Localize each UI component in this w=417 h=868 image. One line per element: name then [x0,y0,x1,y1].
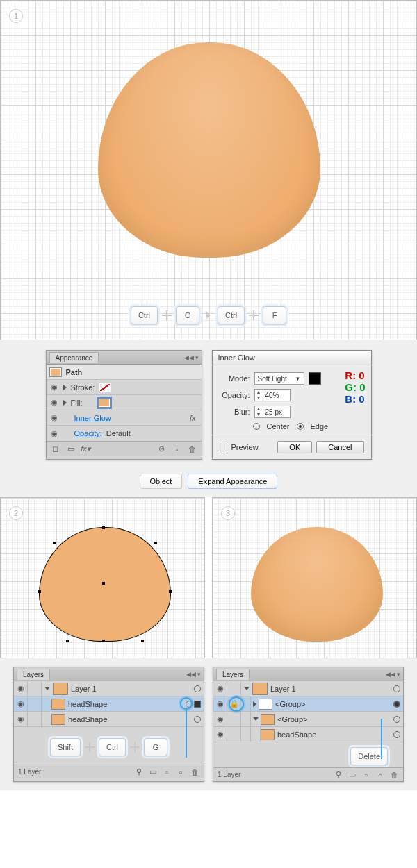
appearance-panel-tabbar: Appearance ◀◀▾ [47,351,202,365]
clear-icon[interactable]: ⊘ [157,444,167,454]
blur-spinner[interactable]: ▲▼25 px [254,406,291,418]
panel-collapse-icon[interactable]: ◀◀▾ [184,354,199,361]
opacity-link[interactable]: Opacity: [74,429,102,437]
layer-thumb[interactable] [259,699,272,710]
layer-thumb[interactable] [53,683,68,695]
target-icon[interactable] [393,685,400,692]
preview-checkbox[interactable] [220,444,227,451]
ok-button[interactable]: OK [277,441,312,453]
layers-panel-a: Layers ◀◀▾ ◉ Layer 1 ◉ headShape [13,667,204,782]
fill-swatch[interactable] [98,398,111,408]
visibility-icon[interactable]: ◉ [213,712,227,726]
target-icon[interactable] [194,716,201,723]
expand-icon[interactable] [253,717,259,721]
lock-icon[interactable] [28,681,42,696]
visibility-icon[interactable]: ◉ [213,696,227,711]
locate-icon[interactable]: ⚲ [134,767,144,777]
callout-line-icon [186,708,187,758]
new-layer-icon[interactable]: ▫ [375,770,385,780]
expand-icon[interactable] [244,687,250,690]
layers-tab[interactable]: Layers [17,669,50,680]
cancel-button[interactable]: Cancel [316,441,363,453]
radio-edge[interactable] [297,423,304,430]
target-icon[interactable] [393,731,400,738]
inner-glow-effect-link[interactable]: Inner Glow [74,414,111,422]
new-layer-icon[interactable]: ▫ [176,767,186,777]
key-ctrl: Ctrl [131,306,158,324]
fx-menu-icon[interactable]: fx▾ [81,444,91,454]
plus-icon [85,742,95,752]
layer-thumb[interactable] [51,714,65,725]
visibility-icon[interactable]: ◉ [49,413,59,422]
layer-thumb[interactable] [261,714,275,725]
trash-icon[interactable]: 🗑 [190,767,199,777]
trash-icon[interactable]: 🗑 [188,444,197,454]
canvas-step-3: 3 [212,497,417,658]
trash-icon[interactable]: 🗑 [389,770,399,780]
visibility-icon[interactable]: ◉ [14,712,28,726]
head-shape [98,42,320,258]
panel-collapse-icon[interactable]: ◀◀▾ [386,671,400,678]
step-badge-2: 2 [9,506,23,520]
opacity-spinner[interactable]: ▲▼40% [254,389,291,401]
appearance-tab[interactable]: Appearance [49,352,99,363]
target-icon[interactable] [194,685,201,692]
visibility-icon[interactable]: ◉ [49,398,59,407]
make-clip-icon[interactable]: ▭ [348,770,357,780]
layer-count: 1 Layer [18,768,41,776]
fill-label: Fill: [71,399,83,407]
menu-expand-appearance[interactable]: Expand Appearance [188,474,277,489]
new-sublayer-icon[interactable]: ▫ [361,770,371,780]
expand-icon[interactable] [63,400,67,406]
blur-label: Blur: [220,408,250,416]
expand-icon[interactable] [63,385,67,390]
locate-icon[interactable]: ⚲ [334,770,343,780]
expand-icon[interactable] [44,687,50,690]
visibility-icon[interactable]: ◉ [213,681,227,696]
key-ctrl: Ctrl [99,738,126,756]
visibility-icon[interactable]: ◉ [49,429,59,438]
appearance-body: Path ◉ Stroke: ◉ Fill: ◉ [47,365,202,441]
glow-color-swatch[interactable] [309,372,321,385]
menu-object[interactable]: Object [140,474,183,489]
preview-label: Preview [231,443,259,451]
visibility-icon[interactable]: ◉ [14,681,28,696]
mode-label: Mode: [220,374,250,383]
no-sel-icon[interactable]: ◻ [51,444,60,454]
stroke-label: Stroke: [71,383,95,392]
appearance-panel: Appearance ◀◀▾ Path ◉ Stroke: ◉ Fill: [46,350,202,460]
layer-name[interactable]: headShape [65,700,107,708]
layers-region: Layers ◀◀▾ ◉ Layer 1 ◉ headShape [0,658,417,790]
radio-center[interactable] [253,423,260,430]
new-icon[interactable]: ▫ [172,444,182,454]
head-shape-path[interactable] [39,527,171,642]
layer-thumb[interactable] [51,699,65,710]
layer-name[interactable]: <Group> [272,700,305,708]
make-clip-icon[interactable]: ▭ [148,767,158,777]
layer-thumb[interactable] [261,729,275,740]
step-badge-3: 3 [221,506,235,520]
panel-collapse-icon[interactable]: ◀◀▾ [186,671,201,678]
stroke-swatch-none[interactable] [99,383,111,392]
new-sublayer-icon[interactable]: ▫ [162,767,172,777]
visibility-icon[interactable]: ◉ [14,696,28,711]
layer-thumb[interactable] [252,683,268,695]
layer-name[interactable]: Layer 1 [68,685,97,693]
selection-icon[interactable] [194,701,201,708]
layer-name[interactable]: Layer 1 [268,685,296,693]
layer-name[interactable]: headShape [65,715,107,724]
blend-mode-select[interactable]: Soft Light▼ [254,372,304,385]
layer-name[interactable]: <Group> [275,715,307,724]
key-shift: Shift [50,738,81,756]
stroke-box-icon[interactable]: ▭ [66,444,76,454]
center-label: Center [267,422,290,431]
path-swatch[interactable] [49,367,62,377]
target-icon[interactable] [393,716,400,723]
chevron-right-icon [206,312,211,319]
visibility-icon[interactable]: ◉ [213,727,227,742]
layers-tab[interactable]: Layers [216,669,250,680]
layer-name[interactable]: headShape [275,731,316,739]
visibility-icon[interactable]: ◉ [49,383,59,392]
expand-icon[interactable] [253,701,256,707]
target-meatball-icon[interactable] [393,701,400,708]
